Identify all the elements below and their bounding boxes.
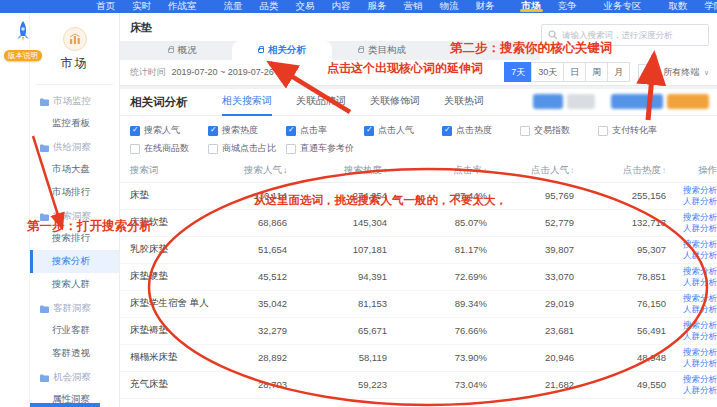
sidebar-item-market-overview[interactable]: 市场大盘 bbox=[30, 158, 119, 181]
cell-click-heat: 48,948 bbox=[574, 344, 666, 371]
nav-item-home[interactable]: 首页 bbox=[96, 0, 115, 13]
nav-item-academy[interactable]: 学院 bbox=[705, 0, 717, 13]
nav-item-service[interactable]: 服务 bbox=[368, 0, 387, 13]
filter-search-popularity[interactable]: 搜索人气 bbox=[130, 124, 208, 137]
search-analysis-link[interactable]: 搜索分析 bbox=[666, 212, 717, 223]
filter-mall-click-share[interactable]: 商城点击占比 bbox=[208, 142, 286, 155]
ptab-modifier-words[interactable]: 关联修饰词 bbox=[370, 88, 420, 116]
col-click-popularity-sortable[interactable]: 点击人气↕ bbox=[487, 160, 574, 182]
screen: 首页 实时 作战室 流量 品类 交易 内容 服务 营销 物流 财务 市场 竞争 … bbox=[0, 0, 717, 407]
menu-group-opportunity-insight: 机会洞察 bbox=[30, 365, 119, 388]
nav-item-warroom[interactable]: 作战室 bbox=[168, 0, 197, 13]
checkbox-unchecked-icon[interactable] bbox=[286, 144, 296, 154]
checkbox-checked-icon[interactable] bbox=[364, 126, 374, 136]
col-search-heat-sortable[interactable]: 搜索热度↕ bbox=[287, 160, 387, 182]
filter-search-heat[interactable]: 搜索热度 bbox=[208, 124, 286, 137]
version-badge[interactable]: 版本说明 bbox=[4, 50, 42, 61]
col-click-heat-sortable[interactable]: 点击热度↕ bbox=[574, 160, 666, 182]
search-analysis-link[interactable]: 搜索分析 bbox=[666, 239, 717, 250]
panel-tabs: 相关搜索词 关联品牌词 关联修饰词 关联热词 bbox=[222, 88, 484, 116]
tab-overview[interactable]: 概况 bbox=[132, 41, 232, 60]
blurred-button[interactable] bbox=[611, 94, 663, 109]
nav-item-trade[interactable]: 交易 bbox=[296, 0, 315, 13]
search-analysis-link[interactable]: 搜索分析 bbox=[666, 185, 717, 196]
search-analysis-link[interactable]: 搜索分析 bbox=[666, 293, 717, 304]
blurred-button[interactable] bbox=[567, 94, 595, 109]
checkbox-unchecked-icon[interactable] bbox=[598, 126, 608, 136]
blurred-button[interactable] bbox=[533, 94, 563, 109]
nav-item-realtime[interactable]: 实时 bbox=[132, 0, 151, 13]
terminal-filter-label: 所有终端 bbox=[663, 67, 699, 77]
search-analysis-link[interactable]: 搜索分析 bbox=[666, 320, 717, 331]
nav-item-finance[interactable]: 财务 bbox=[476, 0, 495, 13]
sort-icon[interactable]: ↕ bbox=[483, 166, 487, 175]
crowd-analysis-link[interactable]: 人群分析 bbox=[666, 385, 717, 396]
ptab-related-search-words-active[interactable]: 相关搜索词 bbox=[222, 88, 272, 116]
tab-category-composition[interactable]: 类目构成 bbox=[332, 41, 432, 60]
nav-item-market-active[interactable]: 市场 bbox=[522, 0, 541, 13]
date-button-day[interactable]: 日 bbox=[563, 62, 586, 82]
date-button-7d-active[interactable]: 7天 bbox=[504, 62, 532, 82]
col-click-rate-sortable[interactable]: 点击率↕ bbox=[387, 160, 487, 182]
sidebar-item-market-ranking[interactable]: 市场排行 bbox=[30, 181, 119, 204]
nav-item-marketing[interactable]: 营销 bbox=[404, 0, 423, 13]
filter-trade-index[interactable]: 交易指数 bbox=[520, 124, 598, 137]
nav-item-bizzone[interactable]: 业务专区 bbox=[604, 0, 642, 13]
checkbox-unchecked-icon[interactable] bbox=[130, 144, 140, 154]
sort-icon[interactable]: ↕ bbox=[662, 166, 666, 175]
panel-title: 相关词分析 bbox=[130, 95, 222, 110]
search-box[interactable] bbox=[541, 24, 709, 46]
search-analysis-link[interactable]: 搜索分析 bbox=[666, 266, 717, 277]
crowd-analysis-link[interactable]: 人群分析 bbox=[666, 196, 717, 207]
crowd-analysis-link[interactable]: 人群分析 bbox=[666, 331, 717, 342]
checkbox-checked-icon[interactable] bbox=[286, 126, 296, 136]
filter-click-heat[interactable]: 点击热度 bbox=[442, 124, 520, 137]
terminal-filter-dropdown[interactable]: 所有终端 ∨ bbox=[663, 66, 709, 79]
sidebar-item-crowd-perspective[interactable]: 客群透视 bbox=[30, 342, 119, 365]
col-search-popularity-sortable[interactable]: 搜索人气↓ bbox=[215, 160, 287, 182]
sidebar-item-industry-crowd[interactable]: 行业客群 bbox=[30, 319, 119, 342]
version-widget[interactable]: 版本说明 bbox=[3, 20, 43, 62]
sidebar-item-monitor-board[interactable]: 监控看板 bbox=[30, 112, 119, 135]
date-button-30d[interactable]: 30天 bbox=[531, 62, 564, 82]
search-analysis-link[interactable]: 搜索分析 bbox=[666, 347, 717, 358]
filter-pay-conversion[interactable]: 支付转化率 bbox=[598, 124, 690, 137]
checkbox-checked-icon[interactable] bbox=[442, 126, 452, 136]
table-row: 床垫软垫 68,866 145,304 85.07% 52,779 132,71… bbox=[120, 209, 717, 236]
crowd-analysis-link[interactable]: 人群分析 bbox=[666, 277, 717, 288]
filter-click-popularity[interactable]: 点击人气 bbox=[364, 124, 442, 137]
checkbox-unchecked-icon[interactable] bbox=[520, 126, 530, 136]
checkbox-checked-icon[interactable] bbox=[130, 126, 140, 136]
filter-click-rate[interactable]: 点击率 bbox=[286, 124, 364, 137]
sidebar-item-search-ranking[interactable]: 搜索排行 bbox=[30, 227, 119, 250]
filter-online-items[interactable]: 在线商品数 bbox=[130, 142, 208, 155]
date-button-month[interactable]: 月 bbox=[607, 62, 630, 82]
search-input[interactable] bbox=[562, 30, 702, 40]
crowd-analysis-link[interactable]: 人群分析 bbox=[666, 250, 717, 261]
nav-item-data[interactable]: 取数 bbox=[669, 0, 688, 13]
nav-item-category[interactable]: 品类 bbox=[260, 0, 279, 13]
search-analysis-link[interactable]: 搜索分析 bbox=[666, 374, 717, 385]
sort-icon[interactable]: ↕ bbox=[570, 166, 574, 175]
sort-icon[interactable]: ↕ bbox=[383, 166, 387, 175]
sidebar-item-search-analysis-active[interactable]: 搜索分析 bbox=[30, 250, 119, 273]
nav-item-compete[interactable]: 竞争 bbox=[558, 0, 577, 13]
blurred-button[interactable] bbox=[667, 94, 709, 109]
crowd-analysis-link[interactable]: 人群分析 bbox=[666, 223, 717, 234]
nav-item-content[interactable]: 内容 bbox=[332, 0, 351, 13]
nav-item-traffic[interactable]: 流量 bbox=[224, 0, 243, 13]
filter-train-ref-price[interactable]: 直通车参考价 bbox=[286, 142, 364, 155]
tab-related-analysis-active[interactable]: 相关分析 bbox=[232, 41, 332, 60]
ptab-brand-words[interactable]: 关联品牌词 bbox=[296, 88, 346, 116]
sort-desc-icon[interactable]: ↓ bbox=[283, 166, 287, 175]
checkbox-unchecked-icon[interactable] bbox=[208, 144, 218, 154]
ptab-hot-words[interactable]: 关联热词 bbox=[444, 88, 484, 116]
filter-label: 直通车参考价 bbox=[300, 142, 354, 155]
checkbox-checked-icon[interactable] bbox=[208, 126, 218, 136]
nav-item-logistics[interactable]: 物流 bbox=[440, 0, 459, 13]
crowd-analysis-link[interactable]: 人群分析 bbox=[666, 358, 717, 369]
pager-next-button[interactable]: › bbox=[638, 64, 655, 81]
crowd-analysis-link[interactable]: 人群分析 bbox=[666, 304, 717, 315]
sidebar-item-search-crowd[interactable]: 搜索人群 bbox=[30, 273, 119, 296]
date-button-week[interactable]: 周 bbox=[585, 62, 608, 82]
